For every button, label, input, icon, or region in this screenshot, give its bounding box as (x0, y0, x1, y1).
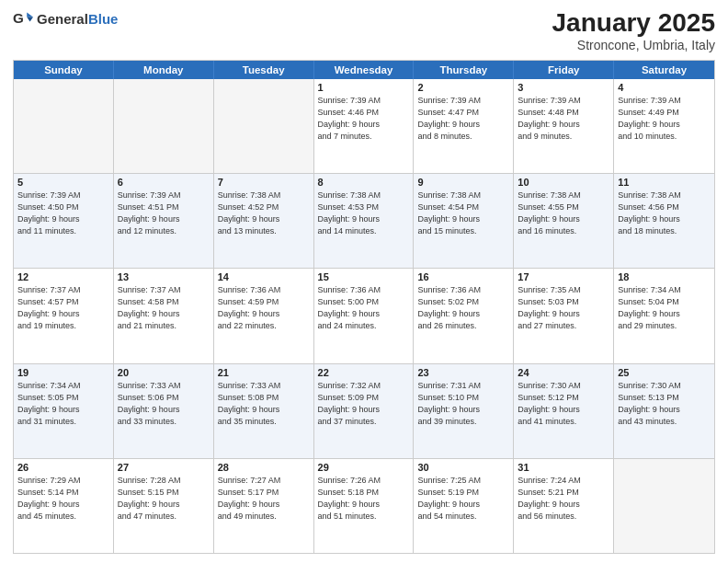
day-number: 1 (318, 82, 410, 93)
weekday-header: Tuesday (214, 61, 314, 79)
day-info: Sunrise: 7:39 AM Sunset: 4:47 PM Dayligh… (417, 95, 509, 143)
calendar-cell: 13Sunrise: 7:37 AM Sunset: 4:58 PM Dayli… (114, 269, 214, 362)
day-number: 31 (518, 462, 609, 473)
day-number: 9 (417, 177, 509, 188)
day-info: Sunrise: 7:33 AM Sunset: 5:06 PM Dayligh… (118, 380, 210, 428)
day-number: 29 (318, 462, 410, 473)
calendar-cell: 22Sunrise: 7:32 AM Sunset: 5:09 PM Dayli… (314, 364, 415, 458)
day-info: Sunrise: 7:37 AM Sunset: 4:58 PM Dayligh… (118, 284, 210, 332)
logo: G GeneralBlue (13, 9, 118, 29)
calendar-row: 19Sunrise: 7:34 AM Sunset: 5:05 PM Dayli… (14, 364, 714, 459)
calendar-cell: 23Sunrise: 7:31 AM Sunset: 5:10 PM Dayli… (414, 364, 514, 458)
day-info: Sunrise: 7:39 AM Sunset: 4:48 PM Dayligh… (518, 95, 609, 143)
day-info: Sunrise: 7:39 AM Sunset: 4:51 PM Dayligh… (118, 190, 210, 237)
weekday-header: Thursday (414, 61, 514, 79)
calendar-cell: 12Sunrise: 7:37 AM Sunset: 4:57 PM Dayli… (14, 269, 114, 362)
weekday-header: Monday (114, 61, 214, 79)
day-number: 30 (417, 462, 509, 473)
day-info: Sunrise: 7:27 AM Sunset: 5:17 PM Dayligh… (218, 475, 310, 523)
calendar-cell: 15Sunrise: 7:36 AM Sunset: 5:00 PM Dayli… (314, 269, 415, 362)
logo-text-blue: Blue (88, 11, 119, 27)
day-number: 17 (518, 271, 609, 282)
day-number: 6 (118, 177, 210, 188)
svg-marker-1 (27, 12, 33, 17)
day-info: Sunrise: 7:35 AM Sunset: 5:03 PM Dayligh… (518, 284, 609, 332)
day-number: 5 (17, 177, 109, 188)
day-number: 23 (417, 367, 509, 378)
calendar-cell: 16Sunrise: 7:36 AM Sunset: 5:02 PM Dayli… (414, 269, 514, 362)
weekday-header: Friday (514, 61, 614, 79)
calendar-cell: 27Sunrise: 7:28 AM Sunset: 5:15 PM Dayli… (114, 459, 214, 553)
subtitle: Stroncone, Umbria, Italy (552, 38, 715, 52)
day-info: Sunrise: 7:39 AM Sunset: 4:50 PM Dayligh… (17, 190, 109, 237)
day-info: Sunrise: 7:30 AM Sunset: 5:13 PM Dayligh… (618, 380, 711, 428)
day-info: Sunrise: 7:28 AM Sunset: 5:15 PM Dayligh… (118, 475, 210, 523)
day-number: 24 (518, 367, 609, 378)
weekday-header: Saturday (614, 61, 714, 79)
day-info: Sunrise: 7:38 AM Sunset: 4:52 PM Dayligh… (218, 190, 310, 237)
calendar-cell (14, 79, 114, 173)
day-info: Sunrise: 7:36 AM Sunset: 5:02 PM Dayligh… (417, 284, 509, 332)
calendar-cell: 1Sunrise: 7:39 AM Sunset: 4:46 PM Daylig… (314, 79, 415, 173)
calendar-cell (214, 79, 314, 173)
calendar-cell: 5Sunrise: 7:39 AM Sunset: 4:50 PM Daylig… (14, 174, 114, 268)
calendar-cell: 3Sunrise: 7:39 AM Sunset: 4:48 PM Daylig… (514, 79, 614, 173)
calendar-row: 26Sunrise: 7:29 AM Sunset: 5:14 PM Dayli… (14, 459, 714, 553)
day-number: 14 (218, 271, 310, 282)
day-number: 25 (618, 367, 711, 378)
day-info: Sunrise: 7:31 AM Sunset: 5:10 PM Dayligh… (417, 380, 509, 428)
main-container: G GeneralBlue January 2025 Stroncone, Um… (0, 0, 728, 563)
day-number: 21 (218, 367, 310, 378)
day-info: Sunrise: 7:24 AM Sunset: 5:21 PM Dayligh… (518, 475, 609, 523)
day-number: 4 (618, 82, 711, 93)
day-number: 27 (118, 462, 210, 473)
logo-text-general: General (37, 11, 88, 27)
day-info: Sunrise: 7:39 AM Sunset: 4:46 PM Dayligh… (318, 95, 410, 143)
calendar-cell: 2Sunrise: 7:39 AM Sunset: 4:47 PM Daylig… (414, 79, 514, 173)
day-info: Sunrise: 7:38 AM Sunset: 4:55 PM Dayligh… (518, 190, 609, 237)
day-info: Sunrise: 7:36 AM Sunset: 4:59 PM Dayligh… (218, 284, 310, 332)
calendar-cell (614, 459, 714, 553)
day-number: 20 (118, 367, 210, 378)
day-number: 22 (318, 367, 410, 378)
calendar-row: 1Sunrise: 7:39 AM Sunset: 4:46 PM Daylig… (14, 79, 714, 174)
calendar-cell: 20Sunrise: 7:33 AM Sunset: 5:06 PM Dayli… (114, 364, 214, 458)
calendar-cell: 17Sunrise: 7:35 AM Sunset: 5:03 PM Dayli… (514, 269, 614, 362)
day-info: Sunrise: 7:32 AM Sunset: 5:09 PM Dayligh… (318, 380, 410, 428)
day-info: Sunrise: 7:36 AM Sunset: 5:00 PM Dayligh… (318, 284, 410, 332)
calendar-cell: 18Sunrise: 7:34 AM Sunset: 5:04 PM Dayli… (614, 269, 714, 362)
calendar-cell: 6Sunrise: 7:39 AM Sunset: 4:51 PM Daylig… (114, 174, 214, 268)
calendar-cell: 10Sunrise: 7:38 AM Sunset: 4:55 PM Dayli… (514, 174, 614, 268)
weekday-header: Wednesday (314, 61, 415, 79)
day-info: Sunrise: 7:39 AM Sunset: 4:49 PM Dayligh… (618, 95, 711, 143)
day-info: Sunrise: 7:25 AM Sunset: 5:19 PM Dayligh… (417, 475, 509, 523)
day-info: Sunrise: 7:38 AM Sunset: 4:56 PM Dayligh… (618, 190, 711, 237)
day-number: 2 (417, 82, 509, 93)
day-info: Sunrise: 7:34 AM Sunset: 5:04 PM Dayligh… (618, 284, 711, 332)
calendar-cell: 24Sunrise: 7:30 AM Sunset: 5:12 PM Dayli… (514, 364, 614, 458)
calendar-row: 12Sunrise: 7:37 AM Sunset: 4:57 PM Dayli… (14, 269, 714, 363)
calendar-cell: 8Sunrise: 7:38 AM Sunset: 4:53 PM Daylig… (314, 174, 415, 268)
day-number: 26 (17, 462, 109, 473)
weekday-header: Sunday (14, 61, 114, 79)
calendar-cell: 14Sunrise: 7:36 AM Sunset: 4:59 PM Dayli… (214, 269, 314, 362)
calendar-cell (114, 79, 214, 173)
calendar-cell: 25Sunrise: 7:30 AM Sunset: 5:13 PM Dayli… (614, 364, 714, 458)
day-info: Sunrise: 7:38 AM Sunset: 4:54 PM Dayligh… (417, 190, 509, 237)
main-title: January 2025 (552, 9, 715, 38)
day-number: 18 (618, 271, 711, 282)
calendar-cell: 4Sunrise: 7:39 AM Sunset: 4:49 PM Daylig… (614, 79, 714, 173)
svg-text:G: G (13, 10, 24, 26)
calendar-cell: 9Sunrise: 7:38 AM Sunset: 4:54 PM Daylig… (414, 174, 514, 268)
calendar-cell: 11Sunrise: 7:38 AM Sunset: 4:56 PM Dayli… (614, 174, 714, 268)
day-number: 15 (318, 271, 410, 282)
calendar-cell: 19Sunrise: 7:34 AM Sunset: 5:05 PM Dayli… (14, 364, 114, 458)
day-number: 8 (318, 177, 410, 188)
day-info: Sunrise: 7:29 AM Sunset: 5:14 PM Dayligh… (17, 475, 109, 523)
calendar-cell: 30Sunrise: 7:25 AM Sunset: 5:19 PM Dayli… (414, 459, 514, 553)
svg-marker-2 (27, 17, 33, 21)
day-number: 11 (618, 177, 711, 188)
title-block: January 2025 Stroncone, Umbria, Italy (552, 9, 715, 52)
calendar-row: 5Sunrise: 7:39 AM Sunset: 4:50 PM Daylig… (14, 174, 714, 269)
logo-icon: G (13, 9, 33, 29)
